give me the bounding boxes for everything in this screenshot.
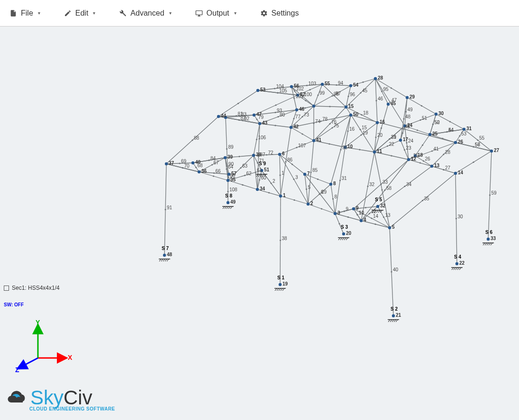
svg-point-340 <box>296 94 299 97</box>
model-viewport[interactable]: Sec1: HSS4x4x1/4 SW: OFF X Y Z SkyCiv CL… <box>0 27 519 420</box>
menu-edit[interactable]: Edit ▾ <box>61 7 99 19</box>
svg-point-314 <box>374 77 377 80</box>
svg-point-235 <box>449 121 451 122</box>
svg-point-145 <box>320 120 321 122</box>
svg-line-390 <box>227 206 228 209</box>
svg-point-63 <box>422 200 423 201</box>
svg-point-321 <box>227 179 229 182</box>
svg-point-327 <box>312 139 315 142</box>
chevron-down-icon: ▾ <box>38 10 40 16</box>
menu-settings[interactable]: Settings <box>257 7 302 19</box>
chevron-down-icon: ▾ <box>169 10 172 16</box>
menu-file[interactable]: File ▾ <box>7 7 43 19</box>
svg-line-384 <box>163 259 165 261</box>
svg-line-395 <box>258 174 260 177</box>
svg-point-233 <box>421 105 422 107</box>
svg-point-109 <box>259 179 260 180</box>
svg-point-71 <box>391 271 392 272</box>
svg-point-245 <box>274 125 276 126</box>
svg-point-197 <box>274 88 275 89</box>
svg-point-281 <box>338 223 340 224</box>
svg-point-309 <box>455 262 458 265</box>
svg-point-296 <box>352 207 355 210</box>
svg-point-328 <box>290 126 292 129</box>
svg-point-83 <box>389 101 391 103</box>
svg-point-115 <box>240 167 241 169</box>
svg-point-55 <box>339 179 341 181</box>
svg-point-341 <box>256 89 259 92</box>
svg-point-67 <box>280 240 281 241</box>
svg-point-159 <box>310 171 311 173</box>
svg-point-225 <box>473 161 474 163</box>
brand-name: SkyCiv <box>30 386 92 409</box>
svg-point-143 <box>293 118 294 119</box>
svg-point-117 <box>226 168 227 170</box>
chevron-down-icon: ▾ <box>93 10 95 16</box>
svg-point-135 <box>301 116 303 117</box>
svg-line-348 <box>279 288 281 291</box>
skyciv-logo: SkyCiv CLOUD ENGINEERING SOFTWARE <box>5 386 115 411</box>
svg-point-294 <box>303 173 306 176</box>
svg-line-368 <box>459 268 461 270</box>
svg-point-322 <box>198 170 200 173</box>
svg-point-320 <box>256 188 259 191</box>
brand-tagline: CLOUD ENGINEERING SOFTWARE <box>29 406 115 411</box>
svg-point-121 <box>213 172 215 174</box>
svg-point-255 <box>275 104 276 106</box>
section-legend: Sec1: HSS4x4x1/4 <box>4 285 60 291</box>
menu-output-label: Output <box>207 9 229 18</box>
svg-point-287 <box>317 179 319 180</box>
svg-point-249 <box>301 133 303 134</box>
svg-point-1 <box>279 174 281 176</box>
svg-point-3 <box>270 182 272 184</box>
svg-point-185 <box>331 95 333 97</box>
svg-line-349 <box>281 288 282 291</box>
svg-point-195 <box>306 85 308 86</box>
menu-advanced[interactable]: Advanced ▾ <box>116 7 174 19</box>
svg-point-217 <box>359 149 360 150</box>
menu-edit-label: Edit <box>75 9 89 18</box>
svg-point-175 <box>274 112 276 113</box>
svg-point-167 <box>226 148 228 150</box>
svg-point-189 <box>302 96 303 97</box>
svg-point-81 <box>375 100 377 101</box>
svg-point-316 <box>435 113 437 116</box>
svg-point-203 <box>296 147 297 148</box>
svg-point-344 <box>290 85 293 88</box>
svg-point-41 <box>406 142 407 143</box>
wrench-icon <box>119 9 127 17</box>
svg-point-257 <box>309 89 310 90</box>
svg-point-293 <box>278 153 281 156</box>
svg-point-93 <box>432 124 434 125</box>
svg-point-95 <box>459 135 460 136</box>
svg-point-319 <box>487 238 490 241</box>
menu-output[interactable]: Output ▾ <box>192 7 239 19</box>
svg-point-339 <box>260 169 263 172</box>
svg-point-329 <box>258 122 261 125</box>
svg-point-165 <box>191 139 193 141</box>
svg-point-298 <box>373 151 376 153</box>
axis-triad: X Y Z <box>14 320 81 377</box>
svg-point-107 <box>489 194 491 196</box>
svg-point-277 <box>381 189 382 190</box>
svg-line-364 <box>452 268 454 270</box>
svg-point-343 <box>321 83 324 86</box>
menu-settings-label: Settings <box>272 9 299 18</box>
svg-point-290 <box>334 212 337 215</box>
svg-point-253 <box>304 107 306 108</box>
svg-point-87 <box>405 111 407 112</box>
svg-point-317 <box>463 128 465 131</box>
svg-point-19 <box>369 213 370 214</box>
monitor-icon <box>195 9 203 17</box>
main-toolbar: File ▾ Edit ▾ Advanced ▾ Output ▾ Settin… <box>0 0 519 27</box>
svg-point-37 <box>387 145 388 147</box>
svg-point-133 <box>266 154 267 155</box>
svg-point-299 <box>407 158 410 161</box>
svg-point-213 <box>374 223 376 225</box>
svg-point-332 <box>387 103 390 106</box>
svg-point-334 <box>253 114 255 116</box>
svg-point-69 <box>389 138 390 140</box>
svg-point-323 <box>165 162 168 165</box>
svg-line-359 <box>340 238 342 240</box>
svg-line-385 <box>165 259 167 261</box>
